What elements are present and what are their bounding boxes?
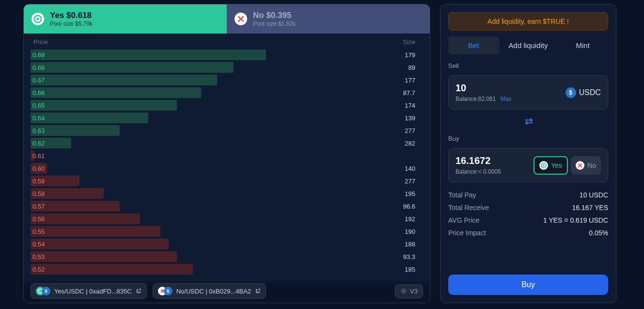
row-price: 0.61 — [32, 152, 45, 160]
buy-button[interactable]: Buy — [448, 275, 608, 295]
row-price: 0.67 — [32, 77, 45, 84]
depth-bar — [31, 75, 217, 85]
depth-bar — [31, 113, 148, 123]
row-price: 0.57 — [32, 203, 45, 210]
orderbook-row[interactable]: 0.54188 — [24, 238, 430, 250]
depth-bar — [31, 213, 140, 224]
orderbook-row[interactable]: 0.69179 — [24, 49, 430, 61]
row-price: 0.53 — [32, 253, 45, 260]
svg-point-1 — [36, 17, 39, 20]
orderbook-row[interactable]: 0.6687.7 — [24, 86, 430, 99]
row-price: 0.56 — [32, 215, 45, 223]
orderbook-header: Price Size — [24, 33, 430, 49]
col-size: Size — [403, 38, 415, 46]
svg-point-5 — [543, 164, 545, 166]
orderbook-row[interactable]: 0.58195 — [24, 187, 430, 200]
usdc-token-icon: $ — [164, 287, 173, 295]
outcome-selector: Yes No — [534, 156, 601, 175]
liquidity-banner[interactable]: Add liquidity, earn $TRUE ! — [448, 12, 608, 31]
tab-add-liquidity[interactable]: Add liquidity — [503, 36, 554, 54]
buy-card: 16.1672 Balance:< 0.0005 Yes No — [448, 148, 608, 182]
row-price: 0.69 — [32, 51, 45, 59]
row-price: 0.52 — [32, 266, 45, 273]
orderbook-row[interactable]: 0.59277 — [24, 175, 430, 187]
row-size: 185 — [405, 266, 415, 273]
row-size: 87.7 — [403, 89, 415, 97]
tab-yes[interactable]: Yes $0.618 Pool size $5.79k — [24, 4, 227, 33]
select-no-button[interactable]: No — [571, 156, 601, 175]
no-x-icon — [576, 161, 584, 170]
row-size: 190 — [405, 228, 415, 235]
orderbook-row[interactable]: 0.52185 — [24, 263, 430, 276]
orderbook-row[interactable]: 0.56192 — [24, 212, 430, 225]
row-price: 0.64 — [32, 114, 45, 122]
orderbook-panel: Yes $0.618 Pool size $5.79k No $0.395 Po… — [23, 4, 430, 303]
row-size: 139 — [405, 114, 415, 122]
orderbook-rows[interactable]: 0.691790.68890.671770.6687.70.651740.641… — [24, 49, 430, 303]
tab-yes-label: Yes $0.618 — [50, 11, 93, 20]
row-price: 0.63 — [32, 127, 45, 134]
orderbook-row[interactable]: 0.64139 — [24, 112, 430, 124]
stat-total-receive: Total Receive16.167 YES — [448, 204, 608, 211]
orderbook-row[interactable]: 0.5796.6 — [24, 200, 430, 212]
row-size: 174 — [405, 102, 415, 109]
row-size: 177 — [405, 77, 415, 84]
row-price: 0.54 — [32, 241, 45, 248]
yes-circle-icon — [31, 13, 44, 25]
orderbook-row[interactable]: 0.61 — [24, 149, 430, 162]
svg-point-3 — [403, 290, 405, 292]
row-size: 192 — [405, 215, 415, 223]
row-price: 0.65 — [32, 102, 45, 109]
tab-mint[interactable]: Mint — [557, 36, 608, 54]
swap-direction-button[interactable]: ⇅ — [522, 117, 534, 126]
row-price: 0.66 — [32, 89, 45, 97]
banner-text: Add liquidity, earn $TRUE ! — [487, 17, 569, 25]
tab-no-pool: Pool size $1.82k — [253, 20, 296, 27]
external-link-icon — [136, 288, 141, 294]
row-price: 0.55 — [32, 228, 45, 235]
trade-stats: Total Pay10 USDC Total Receive16.167 YES… — [448, 191, 608, 237]
external-link-icon — [255, 288, 261, 294]
orderbook-row[interactable]: 0.60140 — [24, 162, 430, 175]
orderbook-row[interactable]: 0.67177 — [24, 74, 430, 86]
row-size: 179 — [405, 51, 415, 59]
row-size: 93.3 — [403, 253, 415, 260]
orderbook-row[interactable]: 0.65174 — [24, 99, 430, 112]
stat-total-pay: Total Pay10 USDC — [448, 191, 608, 199]
depth-bar — [31, 239, 169, 249]
row-size: 277 — [405, 178, 415, 185]
depth-bar — [31, 49, 266, 60]
orderbook-row[interactable]: 0.63277 — [24, 124, 430, 137]
row-price: 0.58 — [32, 190, 45, 197]
depth-bar — [31, 251, 177, 262]
tab-bet[interactable]: Bet — [448, 36, 499, 54]
version-badge[interactable]: V3 — [395, 284, 423, 298]
select-yes-button[interactable]: Yes — [534, 156, 568, 175]
buy-label: Buy — [448, 135, 608, 142]
sell-card: 10 Balance:82.061 Max $ USDC — [448, 75, 608, 110]
pair-no-usdc[interactable]: $ No/USDC | 0xB029...4BA2 — [153, 283, 266, 299]
max-button[interactable]: Max — [501, 96, 512, 102]
tab-no[interactable]: No $0.395 Pool size $1.82k — [227, 4, 430, 33]
orderbook-row[interactable]: 0.6889 — [24, 61, 430, 74]
sell-token[interactable]: $ USDC — [565, 87, 601, 98]
row-size: 89 — [408, 64, 415, 71]
no-x-icon — [235, 13, 247, 25]
orderbook-row[interactable]: 0.55190 — [24, 225, 430, 238]
orderbook-row[interactable]: 0.5393.3 — [24, 250, 430, 263]
depth-bar — [31, 264, 193, 275]
depth-bar — [31, 226, 160, 237]
pair-yes-usdc[interactable]: $ Yes/USDC | 0xadFD...835C — [31, 283, 147, 299]
stat-price-impact: Price Impact0.05% — [448, 229, 608, 237]
col-price: Price — [33, 38, 48, 46]
orderbook-row[interactable]: 0.62282 — [24, 137, 430, 149]
sell-label: Sell — [448, 62, 608, 69]
buy-balance: Balance:< 0.0005 — [456, 168, 501, 175]
pair-yes-label: Yes/USDC | 0xadFD...835C — [54, 288, 132, 295]
row-price: 0.62 — [32, 140, 45, 147]
sell-amount-input[interactable]: 10 — [456, 82, 511, 94]
row-size: 140 — [405, 165, 415, 172]
outcome-tabs: Yes $0.618 Pool size $5.79k No $0.395 Po… — [24, 4, 430, 33]
buy-amount: 16.1672 — [456, 155, 501, 166]
yes-circle-icon — [539, 161, 548, 170]
